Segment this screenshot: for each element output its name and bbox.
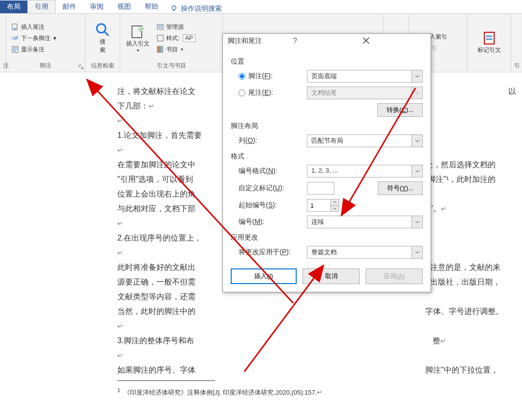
research-group-label: 信息检索 [88,61,117,71]
convert-button[interactable]: 转换(C)... [377,103,423,117]
ribbon-group-left-edge: 注 [0,14,6,72]
citation-icon [130,24,146,40]
dialog-help-button[interactable]: ? [286,37,358,45]
next-footnote-icon: AB1 [11,34,19,42]
tab-references[interactable]: 引用 [27,0,56,13]
svg-rect-14 [484,32,494,44]
chevron-up-icon [333,201,337,203]
ribbon-group-footnotes: 插入尾注 AB1 下一条脚注 ▾ 显示备注 脚注 [6,14,86,72]
number-format-label: 编号格式(N): [239,167,307,176]
number-format-combo[interactable]: 1, 2, 3, ... [307,165,423,177]
svg-point-7 [138,26,143,31]
endnote-radio-label[interactable]: 尾注(E): [239,88,307,97]
ribbon-tabs: 布局 引用 邮件 审阅 视图 帮助 操作说明搜索 [0,0,522,14]
columns-combo[interactable]: 匹配节布局 [307,134,423,147]
bibliography[interactable]: 书目 ▾ [154,44,197,55]
citation-style[interactable]: 样式: AP [154,33,197,44]
search-icon [95,22,110,38]
section-format: 格式 [231,152,423,161]
spin-down[interactable] [331,205,339,212]
ribbon-group-research: 搜 索 信息检索 [86,14,121,72]
tab-view[interactable]: 视图 [110,0,138,13]
endnote-icon [11,23,19,31]
svg-text:1: 1 [17,35,19,38]
lightbulb-icon [170,5,178,13]
section-apply: 应用更改 [231,233,423,242]
endnote-location-combo: 文档结尾 [307,87,423,99]
tab-help[interactable]: 帮助 [138,0,165,13]
show-notes-icon [11,45,19,53]
cancel-button[interactable]: 取消 [303,268,360,284]
start-at-input[interactable] [307,199,330,212]
style-icon [156,34,164,42]
show-notes[interactable]: 显示备注 [9,44,58,55]
apply-to-label: 将更改应用于(P): [239,248,307,257]
custom-mark-label: 自定义标记(U): [239,184,307,193]
columns-label: 列(O): [239,136,307,145]
dialog-title: 脚注和尾注 [228,37,286,45]
chevron-down-icon [415,251,420,254]
footnote-location-combo[interactable]: 页面底端 [307,70,423,83]
next-footnote[interactable]: AB1 下一条脚注 ▾ [9,33,58,44]
manage-sources[interactable]: 管理源 [154,22,197,32]
tab-mailings[interactable]: 邮件 [56,0,83,13]
chevron-down-icon [415,170,420,173]
symbol-button[interactable]: 符号(Y)... [378,181,423,195]
svg-rect-1 [12,24,17,30]
manage-sources-icon [156,23,164,31]
footnote-dialog: 脚注和尾注 ? 位置 脚注(F): 页面底端 尾注(E): 文档结尾 [222,33,431,292]
citations-group-label: 引文与书目 [123,61,219,71]
chevron-down-icon [415,221,420,223]
start-at-label: 起始编号(S): [239,201,307,210]
close-icon [363,37,370,44]
ribbon-group-citations: 插入引文 ▾ 管理源 样式: AP 书目 ▾ 引文 [120,14,222,72]
svg-rect-10 [157,46,160,52]
endnote-radio[interactable] [239,89,245,96]
section-position: 位置 [231,57,423,66]
ribbon-group-mark: 标记引文 [467,14,511,72]
chevron-down-icon [415,139,420,142]
start-at-spinner[interactable] [307,199,339,212]
chevron-down-icon [415,91,420,94]
insert-endnote[interactable]: 插入尾注 [9,22,58,32]
svg-rect-11 [160,46,163,52]
svg-rect-9 [157,35,163,41]
insert-button[interactable]: 插入(I) [231,268,297,284]
numbering-label: 编号(M): [239,218,307,226]
footnote-group-label: 脚注 [9,61,82,71]
insert-citation[interactable]: 插入引文 ▾ [123,16,152,61]
footnote-radio-label[interactable]: 脚注(F): [239,72,307,81]
tab-layout[interactable]: 布局 [0,0,27,13]
chevron-down-icon [415,75,420,78]
tab-review[interactable]: 审阅 [83,0,110,13]
custom-mark-input[interactable] [307,182,334,195]
bibliography-icon [156,45,164,53]
apply-button: 应用(A) [366,268,423,284]
apply-to-combo[interactable]: 整篇文档 [307,246,423,259]
svg-point-5 [97,24,106,33]
svg-point-0 [172,6,176,10]
tell-me-search[interactable]: 操作说明搜索 [170,4,222,13]
svg-rect-8 [157,24,163,29]
smart-lookup[interactable]: 搜 索 [92,16,113,61]
dialog-close-button[interactable] [358,37,426,45]
section-layout: 脚注布局 [231,122,423,131]
chevron-down-icon [333,207,337,210]
ribbon-group-right-edge: 引 [511,14,522,72]
footnote-radio[interactable] [239,73,245,80]
mark-citation-icon [481,30,497,46]
mark-citation[interactable]: 标记引文 [475,16,504,69]
spin-up[interactable] [331,199,339,205]
footnote-launcher-icon[interactable] [78,64,84,70]
numbering-combo[interactable]: 连续 [307,216,423,228]
